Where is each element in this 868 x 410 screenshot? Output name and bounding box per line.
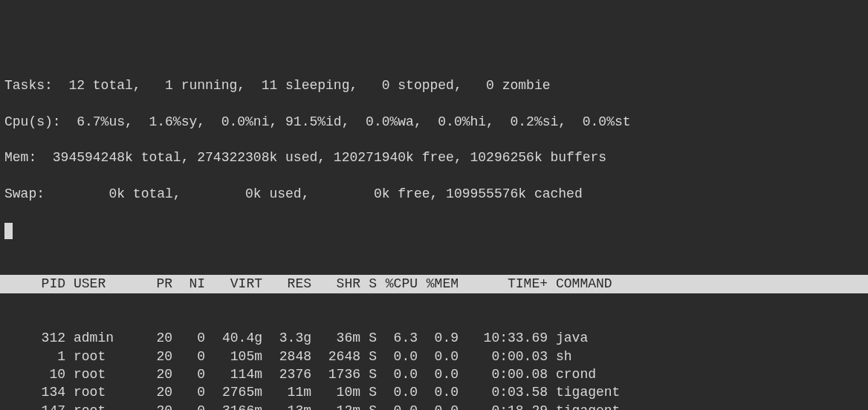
cell-user: root bbox=[65, 383, 140, 401]
cell-ni: 0 bbox=[172, 383, 205, 401]
cell-pid: 1 bbox=[0, 348, 65, 365]
cell-mem: 0.0 bbox=[418, 383, 459, 401]
cell-ni: 0 bbox=[172, 365, 205, 383]
cell-pid: 147 bbox=[0, 402, 65, 410]
cell-shr: 36m bbox=[311, 329, 360, 347]
process-row: 10root200114m23761736S0.00.00:00.08crond bbox=[0, 365, 868, 383]
cell-cpu: 0.0 bbox=[377, 402, 418, 410]
cell-virt: 105m bbox=[205, 348, 262, 365]
cell-s: S bbox=[360, 383, 377, 401]
cell-virt: 114m bbox=[205, 365, 262, 383]
process-table-body: 312admin20040.4g3.3g36mS6.30.910:33.69ja… bbox=[0, 329, 868, 410]
col-pr: PR bbox=[140, 275, 172, 293]
col-pid: PID bbox=[0, 275, 65, 293]
cell-user: root bbox=[65, 365, 140, 383]
cell-time: 0:03.58 bbox=[459, 383, 548, 401]
cell-cpu: 0.0 bbox=[377, 383, 418, 401]
cell-ni: 0 bbox=[172, 348, 205, 365]
process-table-header: PIDUSERPRNIVIRTRESSHRS%CPU%MEMTIME+COMMA… bbox=[0, 275, 868, 293]
col-user: USER bbox=[65, 275, 140, 293]
cell-s: S bbox=[360, 365, 377, 383]
cell-ni: 0 bbox=[172, 402, 205, 410]
cell-cpu: 0.0 bbox=[377, 348, 418, 365]
col-cmd: COMMAND bbox=[548, 275, 868, 293]
cpu-summary: Cpu(s): 6.7%us, 1.6%sy, 0.0%ni, 91.5%id,… bbox=[0, 113, 868, 131]
cell-shr: 10m bbox=[311, 383, 360, 401]
process-row: 134root2002765m11m10mS0.00.00:03.58tigag… bbox=[0, 383, 868, 401]
col-s: S bbox=[360, 275, 377, 293]
cell-mem: 0.0 bbox=[418, 365, 459, 383]
col-virt: VIRT bbox=[205, 275, 262, 293]
cell-cmd: tigagent bbox=[548, 383, 620, 401]
cell-virt: 3166m bbox=[205, 402, 262, 410]
cell-virt: 40.4g bbox=[205, 329, 262, 347]
col-res: RES bbox=[262, 275, 311, 293]
cell-res: 3.3g bbox=[262, 329, 311, 347]
cell-user: root bbox=[65, 402, 140, 410]
cell-s: S bbox=[360, 348, 377, 365]
cell-cmd: tigagent bbox=[548, 402, 620, 410]
cell-pr: 20 bbox=[140, 348, 172, 365]
cell-mem: 0.0 bbox=[418, 402, 459, 410]
process-row: 312admin20040.4g3.3g36mS6.30.910:33.69ja… bbox=[0, 329, 868, 347]
cell-pr: 20 bbox=[140, 329, 172, 347]
cell-user: root bbox=[65, 348, 140, 365]
cell-s: S bbox=[360, 402, 377, 410]
col-time: TIME+ bbox=[459, 275, 548, 293]
cell-mem: 0.0 bbox=[418, 348, 459, 365]
cell-time: 0:18.29 bbox=[459, 402, 548, 410]
cell-user: admin bbox=[65, 329, 140, 347]
cell-pr: 20 bbox=[140, 402, 172, 410]
col-cpu: %CPU bbox=[377, 275, 418, 293]
cell-res: 11m bbox=[262, 383, 311, 401]
cursor-icon bbox=[4, 223, 13, 239]
cell-virt: 2765m bbox=[205, 383, 262, 401]
mem-summary: Mem: 394594248k total, 274322308k used, … bbox=[0, 149, 868, 166]
cell-pr: 20 bbox=[140, 383, 172, 401]
cell-res: 2848 bbox=[262, 348, 311, 365]
tasks-summary: Tasks: 12 total, 1 running, 11 sleeping,… bbox=[0, 77, 868, 94]
cell-time: 0:00.03 bbox=[459, 348, 548, 365]
process-row: 1root200105m28482648S0.00.00:00.03sh bbox=[0, 348, 868, 365]
cell-time: 10:33.69 bbox=[459, 329, 548, 347]
col-mem: %MEM bbox=[418, 275, 459, 293]
col-ni: NI bbox=[172, 275, 205, 293]
cell-cmd: java bbox=[548, 329, 588, 347]
cell-pid: 134 bbox=[0, 383, 65, 401]
cell-pid: 10 bbox=[0, 365, 65, 383]
cell-cpu: 0.0 bbox=[377, 365, 418, 383]
cell-cmd: sh bbox=[548, 348, 572, 365]
input-cursor-line[interactable] bbox=[0, 221, 868, 239]
col-shr: SHR bbox=[311, 275, 360, 293]
cell-shr: 12m bbox=[311, 402, 360, 410]
cell-pid: 312 bbox=[0, 329, 65, 347]
cell-shr: 2648 bbox=[311, 348, 360, 365]
cell-cpu: 6.3 bbox=[377, 329, 418, 347]
cell-shr: 1736 bbox=[311, 365, 360, 383]
cell-res: 2376 bbox=[262, 365, 311, 383]
cell-ni: 0 bbox=[172, 329, 205, 347]
cell-s: S bbox=[360, 329, 377, 347]
cell-time: 0:00.08 bbox=[459, 365, 548, 383]
cell-pr: 20 bbox=[140, 365, 172, 383]
swap-summary: Swap: 0k total, 0k used, 0k free, 109955… bbox=[0, 185, 868, 203]
cell-mem: 0.9 bbox=[418, 329, 459, 347]
cell-res: 13m bbox=[262, 402, 311, 410]
process-row: 147root2003166m13m12mS0.00.00:18.29tigag… bbox=[0, 402, 868, 410]
cell-cmd: crond bbox=[548, 365, 596, 383]
